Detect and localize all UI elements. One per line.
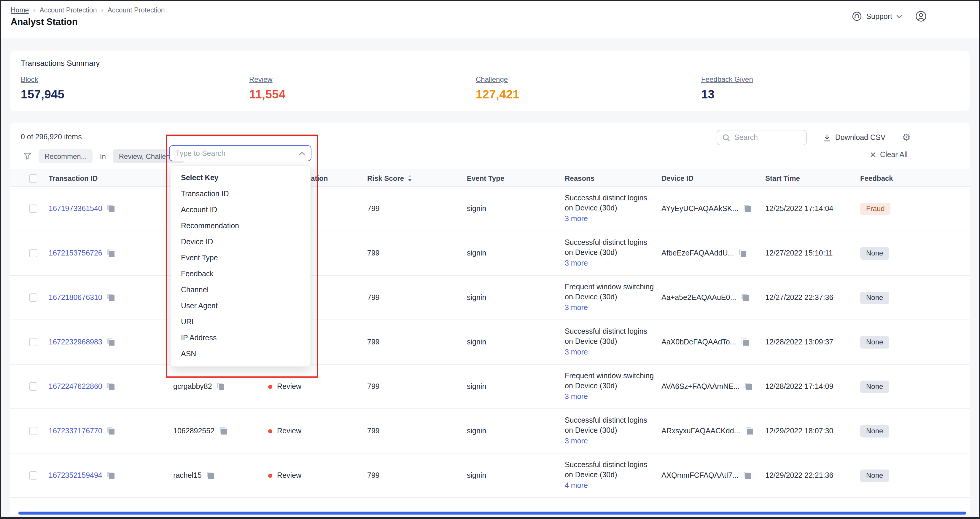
transaction-id-link[interactable]: 1672352159494 bbox=[49, 471, 102, 479]
key-option-account-id[interactable]: Account ID bbox=[171, 202, 310, 217]
page-title: Analyst Station bbox=[11, 17, 78, 27]
event-type-value: signin bbox=[467, 383, 565, 390]
risk-score-value: 799 bbox=[367, 338, 467, 346]
copy-icon[interactable] bbox=[744, 205, 751, 213]
risk-score-value: 799 bbox=[367, 249, 467, 257]
row-checkbox[interactable] bbox=[29, 294, 37, 302]
event-type-value: signin bbox=[467, 205, 565, 213]
row-checkbox[interactable] bbox=[29, 205, 37, 213]
reason-text: Frequent window switching on Device (30d… bbox=[565, 283, 654, 301]
download-csv-button[interactable]: Download CSV bbox=[823, 133, 886, 142]
copy-icon[interactable] bbox=[207, 471, 215, 479]
feedback-badge: Fraud bbox=[860, 202, 891, 215]
key-option-recommendation[interactable]: Recommendation bbox=[171, 217, 310, 233]
copy-icon[interactable] bbox=[108, 249, 115, 257]
key-option-user-agent[interactable]: User Agent bbox=[171, 298, 310, 314]
copy-icon[interactable] bbox=[741, 338, 749, 346]
gear-icon[interactable]: ⚙ bbox=[902, 133, 911, 142]
select-all-checkbox[interactable] bbox=[29, 174, 37, 182]
more-reasons-link[interactable]: 4 more bbox=[565, 481, 588, 491]
filter-field-chip[interactable]: Recommen... bbox=[38, 149, 93, 163]
column-header-feedback: Feedback bbox=[860, 174, 970, 182]
copy-icon[interactable] bbox=[220, 427, 228, 435]
key-option-asn[interactable]: ASN bbox=[171, 346, 310, 362]
column-header-transaction-id: Transaction ID bbox=[49, 174, 173, 182]
row-checkbox[interactable] bbox=[29, 249, 37, 257]
copy-icon[interactable] bbox=[108, 338, 115, 346]
more-reasons-link[interactable]: 3 more bbox=[565, 348, 588, 357]
copy-icon[interactable] bbox=[108, 294, 115, 302]
transaction-id-link[interactable]: 1671973361540 bbox=[49, 205, 102, 213]
copy-icon[interactable] bbox=[108, 427, 115, 435]
search-input[interactable] bbox=[734, 133, 801, 142]
account-id-value: gcrgabby82 bbox=[173, 383, 212, 390]
metric-block: Block 157,945 bbox=[21, 73, 249, 102]
feedback-badge: None bbox=[860, 247, 889, 259]
transaction-id-link[interactable]: 1672337176770 bbox=[49, 427, 102, 435]
feedback-badge: None bbox=[860, 469, 889, 482]
metric-review-link[interactable]: Review bbox=[249, 75, 273, 84]
more-reasons-link[interactable]: 3 more bbox=[565, 392, 588, 402]
support-menu[interactable]: Support bbox=[852, 11, 902, 21]
more-reasons-link[interactable]: 3 more bbox=[565, 259, 588, 268]
copy-icon[interactable] bbox=[745, 427, 753, 435]
transaction-id-link[interactable]: 1672247622860 bbox=[49, 383, 102, 390]
feedback-badge: None bbox=[860, 380, 889, 393]
table-row: 1672352159494 rachel15 Review 799 signin… bbox=[10, 454, 970, 498]
risk-score-value: 799 bbox=[367, 383, 467, 390]
filter-operator: In bbox=[100, 152, 106, 160]
key-option-transaction-id[interactable]: Transaction ID bbox=[171, 186, 310, 202]
key-search-input[interactable] bbox=[176, 149, 299, 157]
clear-all-button[interactable]: ✕ Clear All bbox=[869, 151, 908, 159]
chevron-up-icon[interactable] bbox=[299, 151, 305, 155]
user-avatar[interactable] bbox=[915, 11, 927, 22]
key-option-url[interactable]: URL bbox=[171, 314, 310, 330]
risk-score-value: 799 bbox=[367, 205, 467, 213]
transaction-id-link[interactable]: 1672153756726 bbox=[49, 249, 102, 257]
metric-challenge-link[interactable]: Challenge bbox=[476, 75, 508, 84]
row-checkbox[interactable] bbox=[29, 471, 37, 479]
key-option-event-type[interactable]: Event Type bbox=[171, 249, 310, 265]
sort-icon[interactable] bbox=[408, 175, 412, 181]
start-time-value: 12/29/2022 22:21:36 bbox=[765, 471, 860, 479]
transaction-id-link[interactable]: 1672232968983 bbox=[49, 338, 102, 346]
horizontal-scrollbar[interactable] bbox=[18, 512, 966, 514]
key-option-feedback[interactable]: Feedback bbox=[171, 265, 310, 282]
metric-feedback-given-value: 13 bbox=[701, 88, 964, 102]
more-reasons-link[interactable]: 3 more bbox=[565, 303, 588, 313]
metric-block-link[interactable]: Block bbox=[21, 75, 38, 84]
key-option-device-id[interactable]: Device ID bbox=[171, 233, 310, 249]
copy-icon[interactable] bbox=[740, 249, 747, 257]
copy-icon[interactable] bbox=[108, 205, 115, 213]
device-id-value: AfbeEzeFAQAAddU... bbox=[662, 249, 734, 257]
breadcrumb-account-protection-link[interactable]: Account Protection bbox=[40, 6, 97, 14]
breadcrumb-home-link[interactable]: Home bbox=[11, 6, 29, 14]
row-checkbox[interactable] bbox=[29, 383, 37, 390]
start-time-value: 12/29/2022 18:07:30 bbox=[765, 427, 860, 435]
copy-icon[interactable] bbox=[741, 294, 749, 302]
table-row: 1672337176770 1062892552 Review 799 sign… bbox=[10, 409, 970, 454]
key-option-ip-address[interactable]: IP Address bbox=[171, 330, 310, 346]
row-checkbox[interactable] bbox=[29, 338, 37, 346]
metric-feedback-given-link[interactable]: Feedback Given bbox=[701, 75, 753, 84]
metric-challenge: Challenge 127,421 bbox=[476, 73, 701, 102]
reasons-cell: Successful distinct logins on Device (30… bbox=[565, 187, 662, 230]
row-checkbox[interactable] bbox=[29, 427, 37, 435]
transaction-id-link[interactable]: 1672180676310 bbox=[49, 294, 102, 302]
table-header-row: Transaction ID Account ID Recommendation… bbox=[10, 170, 970, 187]
key-option-channel[interactable]: Channel bbox=[171, 282, 310, 298]
column-header-risk-score: Risk Score bbox=[367, 174, 467, 182]
reasons-cell: Successful distinct logins on Device (30… bbox=[565, 232, 662, 275]
copy-icon[interactable] bbox=[745, 383, 753, 390]
column-header-start-time: Start Time bbox=[765, 174, 860, 182]
copy-icon[interactable] bbox=[108, 471, 115, 479]
more-reasons-link[interactable]: 3 more bbox=[565, 214, 588, 224]
start-time-value: 12/28/2022 13:09:37 bbox=[765, 338, 860, 346]
metric-review-value: 11,554 bbox=[249, 88, 476, 102]
copy-icon[interactable] bbox=[744, 471, 752, 479]
reason-text: Successful distinct logins on Device (30… bbox=[565, 327, 647, 346]
copy-icon[interactable] bbox=[217, 383, 225, 390]
more-reasons-link[interactable]: 3 more bbox=[565, 436, 588, 446]
search-icon bbox=[722, 134, 730, 141]
copy-icon[interactable] bbox=[108, 383, 115, 390]
